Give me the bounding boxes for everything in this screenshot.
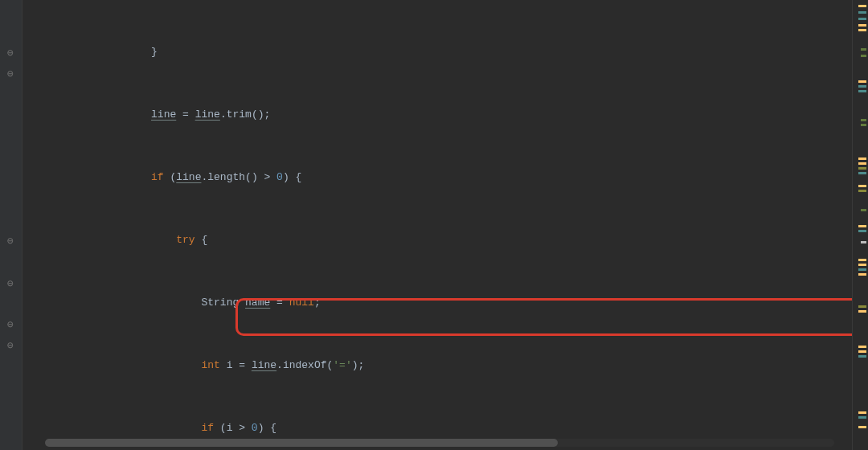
minimap-marker[interactable] <box>858 80 866 83</box>
minimap-marker[interactable] <box>861 48 866 51</box>
minimap-marker[interactable] <box>858 5 866 7</box>
minimap-marker[interactable] <box>861 124 866 126</box>
fold-toggle-icon[interactable]: ⊖ <box>5 48 16 59</box>
minimap-marker[interactable] <box>858 230 866 232</box>
minimap-marker[interactable] <box>858 268 866 271</box>
minimap-marker[interactable] <box>861 119 866 121</box>
minimap-marker[interactable] <box>858 350 866 353</box>
minimap-marker[interactable] <box>858 167 866 170</box>
minimap-marker[interactable] <box>861 241 866 243</box>
fold-toggle-icon[interactable]: ⊖ <box>5 341 16 352</box>
code-line[interactable]: try { <box>23 230 852 251</box>
minimap-marker[interactable] <box>858 355 866 358</box>
horizontal-scrollbar-thumb[interactable] <box>45 439 558 447</box>
minimap-marker[interactable] <box>858 264 866 266</box>
minimap-marker[interactable] <box>858 225 866 227</box>
code-line[interactable]: int i = line.indexOf('='); <box>23 355 852 376</box>
minimap-scrollbar[interactable] <box>852 0 868 450</box>
code-line[interactable]: } <box>23 42 852 63</box>
minimap-marker[interactable] <box>858 158 866 160</box>
minimap-marker[interactable] <box>858 273 866 276</box>
minimap-marker[interactable] <box>858 162 866 165</box>
minimap-marker[interactable] <box>858 416 866 419</box>
minimap-marker[interactable] <box>858 411 866 414</box>
editor-root: ⊖⊖⊖⊖⊖⊖ } line = line.trim(); if (line.le… <box>0 0 868 450</box>
minimap-marker[interactable] <box>861 209 866 211</box>
minimap-marker[interactable] <box>858 259 866 261</box>
minimap-marker[interactable] <box>858 346 866 348</box>
minimap-marker[interactable] <box>858 18 866 20</box>
code-line[interactable]: String name = null; <box>23 292 852 313</box>
fold-toggle-icon[interactable]: ⊖ <box>5 236 16 248</box>
horizontal-scrollbar[interactable] <box>45 439 834 447</box>
code-lines: } line = line.trim(); if (line.length() … <box>23 0 852 450</box>
fold-toggle-icon[interactable]: ⊖ <box>5 279 16 290</box>
minimap-marker[interactable] <box>858 190 866 192</box>
fold-toggle-icon[interactable]: ⊖ <box>5 69 16 80</box>
gutter: ⊖⊖⊖⊖⊖⊖ <box>0 0 23 450</box>
minimap-marker[interactable] <box>858 305 866 308</box>
minimap-marker[interactable] <box>858 172 866 174</box>
minimap-marker[interactable] <box>858 24 866 27</box>
minimap-marker[interactable] <box>858 85 866 88</box>
code-line[interactable]: if (line.length() > 0) { <box>23 167 852 188</box>
minimap-marker[interactable] <box>861 55 866 57</box>
minimap-marker[interactable] <box>858 310 866 313</box>
code-area[interactable]: } line = line.trim(); if (line.length() … <box>23 0 852 450</box>
minimap-marker[interactable] <box>858 185 866 187</box>
fold-toggle-icon[interactable]: ⊖ <box>5 320 16 331</box>
code-line[interactable]: if (i > 0) { <box>23 418 852 439</box>
minimap-marker[interactable] <box>858 90 866 92</box>
minimap-marker[interactable] <box>858 29 866 31</box>
minimap-marker[interactable] <box>858 426 866 428</box>
code-line[interactable]: line = line.trim(); <box>23 104 852 125</box>
minimap-marker[interactable] <box>858 11 866 14</box>
